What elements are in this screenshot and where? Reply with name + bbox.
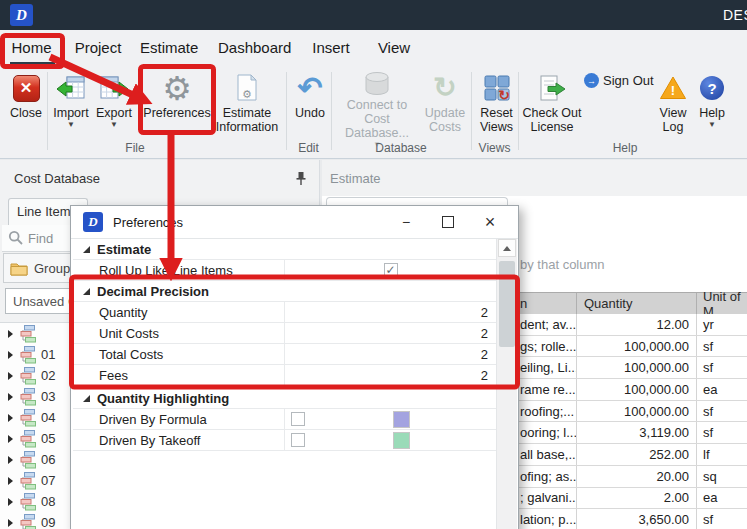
expand-caret-icon[interactable] — [8, 372, 13, 380]
tab-home[interactable]: Home — [8, 39, 55, 63]
cell-unit[interactable]: sf — [697, 509, 747, 529]
pref-value[interactable]: 2 — [284, 365, 496, 385]
cell-description[interactable]: all base,... — [517, 444, 577, 465]
table-header-row[interactable]: n Quantity Unit of M — [517, 292, 747, 315]
cell-quantity[interactable]: 2.00 — [577, 488, 697, 509]
expand-caret-icon[interactable] — [8, 519, 13, 527]
cell-unit[interactable]: sf — [697, 357, 747, 378]
cell-quantity[interactable]: 100,000.00 — [577, 401, 697, 422]
cell-unit[interactable]: ea — [697, 379, 747, 400]
expand-caret-icon[interactable] — [8, 351, 13, 359]
cell-quantity[interactable]: 100,000.00 — [577, 357, 697, 378]
cell-quantity[interactable]: 3,650.00 — [577, 509, 697, 529]
table-row[interactable]: rame re... 100,000.00 ea — [517, 379, 747, 401]
dialog-minimize-button[interactable]: − — [391, 212, 421, 232]
expand-caret-icon[interactable] — [8, 435, 13, 443]
table-row[interactable]: roofing;... 100,000.00 sf — [517, 401, 747, 423]
pref-value[interactable]: 2 — [284, 302, 496, 322]
reset-views-button[interactable]: ↻ Reset Views — [475, 70, 518, 138]
table-row[interactable]: dent; av... 12.00 yr — [517, 314, 747, 336]
import-button[interactable]: Import ▼ — [50, 70, 92, 138]
table-row[interactable]: ooring; l... 3,119.00 sf — [517, 422, 747, 444]
check-out-license-button[interactable]: Check Out License — [522, 70, 582, 138]
import-dropdown-arrow[interactable]: ▼ — [67, 120, 75, 129]
dialog-scrollbar[interactable] — [496, 239, 517, 529]
cell-description[interactable]: gs; rolle... — [517, 336, 577, 357]
cell-quantity[interactable]: 20.00 — [577, 466, 697, 487]
cell-quantity[interactable]: 100,000.00 — [577, 379, 697, 400]
section-estimate[interactable]: Estimate — [73, 239, 496, 260]
expand-caret-icon[interactable] — [8, 498, 13, 506]
takeoff-color-swatch[interactable] — [393, 432, 410, 449]
cell-description[interactable]: roofing;... — [517, 401, 577, 422]
dialog-close-button[interactable]: × — [475, 212, 505, 232]
cell-description[interactable]: rame re... — [517, 379, 577, 400]
table-row[interactable]: all base,... 252.00 lf — [517, 444, 747, 466]
undo-button[interactable]: ↶ Undo — [290, 70, 330, 138]
cell-description[interactable]: dent; av... — [517, 314, 577, 335]
collapse-triangle-icon[interactable] — [83, 395, 90, 402]
export-dropdown-arrow[interactable]: ▼ — [110, 120, 118, 129]
help-dropdown-arrow[interactable]: ▼ — [708, 120, 716, 129]
scrollbar-thumb[interactable] — [499, 261, 515, 347]
collapse-triangle-icon[interactable] — [83, 288, 90, 295]
expand-caret-icon[interactable] — [8, 414, 13, 422]
cell-description[interactable]: ; galvani... — [517, 488, 577, 509]
help-button[interactable]: ? Help ▼ — [692, 70, 732, 138]
dialog-title-bar[interactable]: D Preferences − × — [71, 206, 518, 239]
cell-quantity[interactable]: 252.00 — [577, 444, 697, 465]
cell-unit[interactable]: sq — [697, 466, 747, 487]
cell-description[interactable]: ofing; as... — [517, 466, 577, 487]
tab-view[interactable]: View — [374, 39, 414, 63]
table-row[interactable]: eiling, Li... 100,000.00 sf — [517, 357, 747, 379]
table-row[interactable]: gs; rolle... 100,000.00 sf — [517, 336, 747, 358]
table-row[interactable]: lation; p... 3,650.00 sf — [517, 509, 747, 529]
estimate-information-button[interactable]: ⚙ Estimate Information — [215, 70, 279, 138]
pin-icon[interactable] — [295, 171, 307, 190]
dialog-maximize-button[interactable] — [433, 212, 463, 232]
cell-description[interactable]: lation; p... — [517, 509, 577, 529]
section-decimal-precision[interactable]: Decimal Precision — [73, 281, 496, 302]
tab-estimate[interactable]: Estimate — [140, 39, 196, 63]
cell-unit[interactable]: sf — [697, 336, 747, 357]
formula-color-swatch[interactable] — [393, 411, 410, 428]
cell-description[interactable]: ooring; l... — [517, 422, 577, 443]
cell-description[interactable]: eiling, Li... — [517, 357, 577, 378]
cell-unit[interactable]: sf — [697, 422, 747, 443]
formula-checkbox[interactable] — [291, 412, 305, 426]
close-button[interactable]: ✕ Close — [6, 70, 46, 138]
table-row[interactable]: ofing; as... 20.00 sq — [517, 466, 747, 488]
col-header-unit[interactable]: Unit of M — [697, 293, 747, 314]
rollup-checkbox[interactable]: ✓ — [384, 263, 398, 277]
tab-project[interactable]: Project — [72, 39, 124, 63]
collapse-triangle-icon[interactable] — [83, 246, 90, 253]
scroll-up-button[interactable] — [498, 239, 516, 257]
preferences-button[interactable]: ⚙ Preferences — [142, 70, 212, 138]
cell-quantity[interactable]: 12.00 — [577, 314, 697, 335]
expand-caret-icon[interactable] — [8, 393, 13, 401]
expand-caret-icon[interactable] — [8, 477, 13, 485]
cell-unit[interactable]: lf — [697, 444, 747, 465]
col-header-quantity[interactable]: Quantity — [577, 293, 697, 314]
col-header-description-clipped[interactable]: n — [517, 293, 577, 314]
sign-out-button[interactable]: → Sign Out — [584, 73, 654, 88]
table-row[interactable]: ; galvani... 2.00 ea — [517, 488, 747, 510]
cell-quantity[interactable]: 100,000.00 — [577, 336, 697, 357]
up-arrow-icon — [503, 246, 511, 251]
expand-caret-icon[interactable] — [8, 456, 13, 464]
tab-dashboard[interactable]: Dashboard — [218, 39, 288, 63]
cell-unit[interactable]: yr — [697, 314, 747, 335]
expand-caret-icon[interactable] — [8, 330, 13, 338]
app-window: D DEST Home Project Estimate Dashboard I… — [0, 0, 747, 529]
takeoff-checkbox[interactable] — [291, 433, 305, 447]
section-quantity-highlighting[interactable]: Quantity Highlighting — [73, 388, 496, 409]
pref-value[interactable]: 2 — [284, 323, 496, 343]
cell-unit[interactable]: sf — [697, 401, 747, 422]
pref-value[interactable]: 2 — [284, 344, 496, 364]
tab-insert[interactable]: Insert — [308, 39, 354, 63]
export-button[interactable]: Export ▼ — [93, 70, 135, 138]
cell-unit[interactable]: ea — [697, 488, 747, 509]
maximize-icon — [442, 216, 454, 228]
view-log-button[interactable]: ! View Log — [652, 70, 694, 138]
cell-quantity[interactable]: 3,119.00 — [577, 422, 697, 443]
